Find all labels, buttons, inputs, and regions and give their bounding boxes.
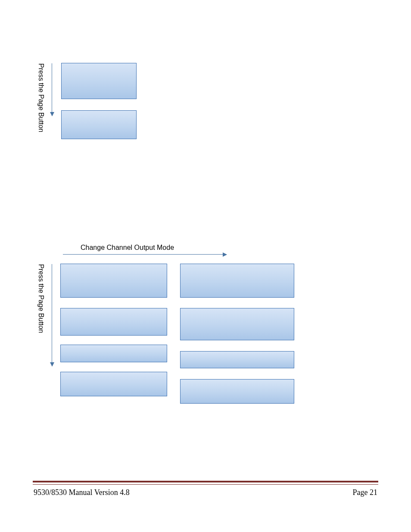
diagram-box — [61, 63, 137, 99]
horizontal-label: Change Channel Output Mode — [81, 244, 174, 252]
footer-text-left: 9530/8530 Manual Version 4.8 — [34, 488, 130, 497]
diagram-box — [180, 264, 294, 298]
arrow-down-icon — [52, 63, 52, 116]
diagram-box — [180, 308, 294, 340]
arrow-right-icon — [63, 254, 227, 255]
diagram-box — [60, 372, 167, 396]
footer-page-number: Page 21 — [353, 488, 378, 497]
diagram-box — [180, 351, 294, 368]
diagram-box — [60, 345, 167, 362]
vertical-label-1: Press the Page Button — [37, 63, 45, 132]
arrow-down-icon — [52, 264, 52, 366]
diagram-box — [60, 264, 167, 298]
page: Press the Page Button Change Channel Out… — [0, 0, 411, 532]
divider — [33, 484, 378, 485]
diagram-box — [60, 308, 167, 336]
diagram-box — [180, 379, 294, 404]
vertical-label-2: Press the Page Button — [37, 264, 45, 333]
diagram-box — [61, 110, 137, 139]
divider — [33, 481, 378, 482]
